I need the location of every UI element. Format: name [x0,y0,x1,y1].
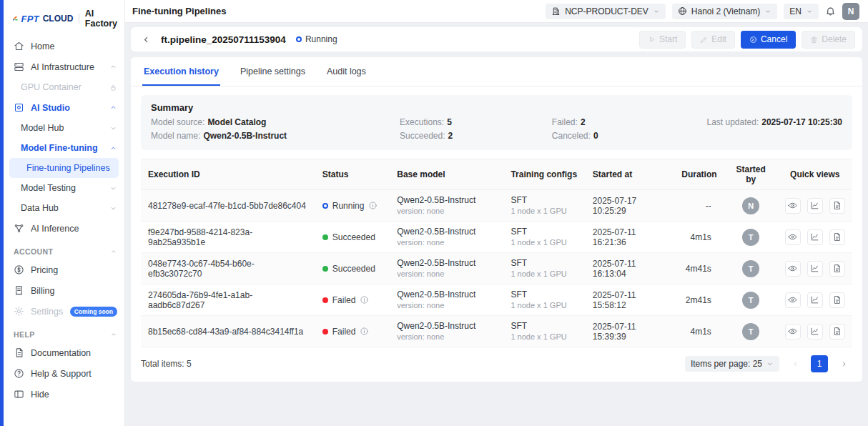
view-details-button[interactable] [785,324,801,340]
region-selector[interactable]: Hanoi 2 (Vietnam) [672,4,778,19]
lock-icon [109,84,117,91]
sidebar-item-model-hub[interactable]: Model Hub [4,118,124,138]
gear-icon [14,306,24,317]
tab-pipeline-settings[interactable]: Pipeline settings [239,57,307,86]
tab-audit-logs[interactable]: Audit logs [325,57,368,86]
info-icon[interactable] [360,295,369,304]
table-row[interactable]: 274605da-76b9-4fe1-a1ab-aadb6c87d267 Fai… [141,284,852,316]
sidebar-item-billing[interactable]: Billing [4,280,124,301]
sidebar-item-data-hub[interactable]: Data Hub [4,198,124,218]
building-icon [551,6,561,16]
base-model: Qwen2-0.5B-Instruct [397,258,496,269]
status-succeeded-icon [322,266,328,272]
page-number[interactable]: 1 [811,355,828,372]
training-type: SFT [511,227,578,237]
sidebar-item-fine-tuning-pipelines[interactable]: Fine-tuning Pipelines [9,158,119,178]
col-training-configs: Training configs [503,159,585,190]
billing-icon [14,285,24,296]
sidebar-item-gpu-container[interactable]: GPU Container [4,77,124,97]
logs-button[interactable] [829,292,845,308]
sidebar-item-model-fine-tuning[interactable]: Model Fine-tuning [4,138,124,158]
sidebar-item-pricing[interactable]: Pricing [4,259,124,280]
items-per-page-selector[interactable]: Items per page: 25 [685,356,779,372]
sidebar-item-label: AI Infrastructure [31,62,103,72]
start-button[interactable]: Start [639,31,686,49]
info-icon[interactable] [360,327,369,336]
sidebar-nav: Home AI Infrastructure GPU Container AI … [4,36,124,405]
file-icon [832,201,842,210]
cancel-button[interactable]: Cancel [741,31,796,49]
home-icon [14,41,24,51]
tab-execution-history[interactable]: Execution history [142,57,220,86]
chevron-up-icon [110,248,117,255]
sidebar-section-help[interactable]: HELP [4,322,124,342]
table-row[interactable]: 048e7743-0c67-4b54-b60e-efb3c3072c70 Suc… [141,253,852,284]
chevron-down-icon [766,360,774,367]
logs-button[interactable] [829,324,845,340]
duration: 4m1s [674,316,724,347]
view-details-button[interactable] [785,261,801,277]
chevron-down-icon [109,184,117,192]
sidebar-item-model-testing[interactable]: Model Testing [4,178,124,198]
metrics-button[interactable] [807,198,823,214]
summary-model-name: Model name:Qwen2-0.5B-Instruct [151,131,400,142]
project-selector[interactable]: NCP-PRODUCT-DEV [546,4,666,19]
logs-button[interactable] [829,261,845,277]
summary-panel: Summary Model source:Model Catalog Model… [141,95,852,150]
sidebar-item-help-support[interactable]: Help & Support [4,363,124,384]
sidebar-section-account[interactable]: ACCOUNT [4,239,124,259]
status-failed-icon [322,297,328,303]
logs-button[interactable] [829,198,845,214]
notifications-button[interactable] [825,6,836,16]
sidebar-item-ai-infrastructure[interactable]: AI Infrastructure [4,56,124,77]
user-avatar[interactable]: N [842,3,859,20]
view-details-button[interactable] [785,292,801,308]
sidebar-item-documentation[interactable]: Documentation [4,342,124,363]
coming-soon-badge: Coming soon [70,307,117,317]
prev-page-button[interactable] [786,355,804,372]
metrics-button[interactable] [807,229,823,245]
app-window: FPT CLOUD AI Factory Home AI Infrastruct… [0,0,868,426]
metrics-button[interactable] [807,261,823,277]
chevron-left-icon [141,34,152,45]
view-details-button[interactable] [785,229,801,245]
chart-icon [810,295,819,304]
view-details-button[interactable] [785,198,801,214]
language-selector[interactable]: EN [784,4,819,19]
base-model: Qwen2-0.5B-Instruct [397,289,496,300]
delete-button[interactable]: Delete [802,31,855,49]
next-page-button[interactable] [835,355,852,372]
logs-button[interactable] [829,229,845,245]
base-model: Qwen2-0.5B-Instruct [397,195,496,206]
brand-logo[interactable]: FPT CLOUD AI Factory [4,6,124,36]
table-row[interactable]: 8b15ec68-cd84-43a9-af84-884c3414ff1a Fai… [141,316,852,347]
main-area: Fine-tuning Pipelines NCP-PRODUCT-DEV Ha… [125,0,868,426]
sidebar-item-hide[interactable]: Hide [4,384,124,405]
chevron-up-icon [109,63,117,71]
collapse-sidebar-icon [14,389,24,400]
chevron-down-icon [806,8,813,15]
status-label: Failed [332,327,356,337]
sidebar: FPT CLOUD AI Factory Home AI Infrastruct… [4,0,125,426]
chart-icon [810,201,819,210]
sidebar-item-label: Billing [31,286,117,296]
summary-failed: Failed:2 [552,117,690,128]
sidebar-item-ai-inference[interactable]: AI Inference [4,218,124,239]
sidebar-item-settings[interactable]: Settings Coming soon [4,301,124,322]
eye-icon [788,201,797,210]
metrics-button[interactable] [807,292,823,308]
sidebar-item-ai-studio[interactable]: AI Studio [4,97,124,118]
duration: -- [674,190,724,222]
back-button[interactable] [138,31,154,47]
table-footer: Total items: 5 Items per page: 25 1 [131,347,862,382]
table-row[interactable]: f9e247bd-9588-4214-823a-9ab25a935b1e Suc… [141,222,852,253]
status-label: Running [332,201,365,211]
summary-last-updated: Last updated:2025-07-17 10:25:30 [690,117,842,128]
sidebar-item-home[interactable]: Home [4,36,124,56]
edit-button[interactable]: Edit [691,31,735,49]
chart-icon [810,327,819,336]
summary-model-source: Model source:Model Catalog [151,117,400,128]
metrics-button[interactable] [807,324,823,340]
info-icon[interactable] [368,201,378,210]
table-row[interactable]: 481278e9-ecaf-47fe-b1cd-5bb7de86c404 Run… [141,190,852,222]
